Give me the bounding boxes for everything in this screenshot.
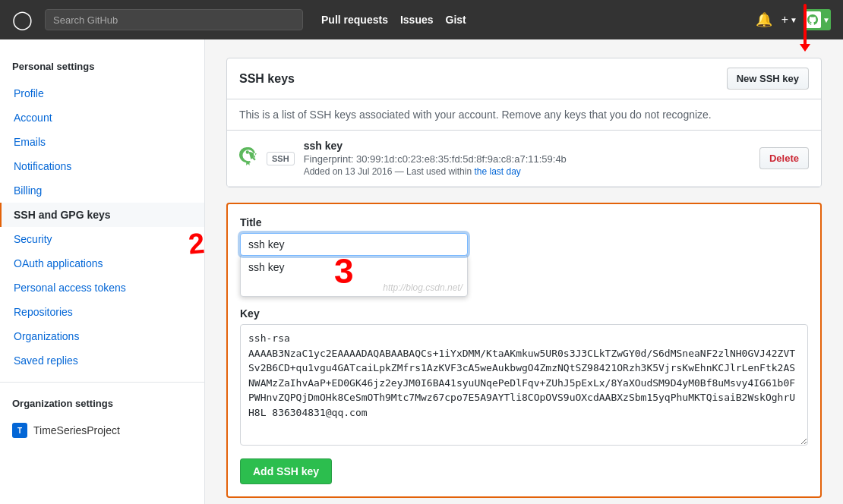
github-logo-icon[interactable]: ◯	[12, 9, 33, 30]
ssh-key-fingerprint: Fingerprint: 30:99:1d:c0:23:e8:35:fd:5d:…	[304, 153, 759, 165]
sidebar-item-oauth-applications[interactable]: OAuth applications	[0, 251, 204, 276]
sidebar-item-account[interactable]: Account	[0, 106, 204, 130]
sidebar-item-org-timeseriesproject[interactable]: T TimeSeriesProject	[0, 418, 204, 443]
sidebar-item-billing[interactable]: Billing	[0, 178, 204, 203]
topnav-links: Pull requests Issues Gist	[321, 14, 466, 26]
ssh-keys-title: SSH keys	[239, 72, 295, 86]
sidebar: Personal settings Profile Account Emails…	[0, 39, 205, 504]
key-icon	[239, 147, 257, 169]
main-content: SSH keys New SSH key This is a list of S…	[205, 39, 843, 504]
personal-settings-title: Personal settings	[0, 55, 204, 78]
search-input[interactable]	[45, 9, 303, 30]
sidebar-item-ssh-gpg-keys[interactable]: SSH and GPG keys	[0, 203, 204, 227]
org-settings-title: Organization settings	[0, 392, 204, 415]
title-label: Title	[240, 216, 808, 228]
gist-link[interactable]: Gist	[446, 14, 466, 26]
ssh-keys-header: SSH keys New SSH key	[227, 58, 821, 99]
create-new-button[interactable]: + ▼	[781, 13, 797, 27]
new-ssh-key-button[interactable]: New SSH key	[727, 68, 809, 90]
add-ssh-key-form: Title ssh key http://blog.csdn.net/ Key …	[226, 203, 822, 498]
pull-requests-link[interactable]: Pull requests	[321, 14, 388, 26]
sidebar-item-personal-access-tokens[interactable]: Personal access tokens	[0, 276, 204, 300]
top-navbar: ◯ Pull requests Issues Gist 🔔 + ▼ ▼	[0, 0, 843, 39]
ssh-keys-description: This is a list of SSH keys associated wi…	[227, 99, 821, 131]
add-ssh-key-button[interactable]: Add SSH key	[240, 458, 332, 484]
key-textarea[interactable]: ssh-rsa AAAAB3NzaC1yc2EAAAADAQABAABAQCs+…	[240, 324, 808, 446]
sidebar-item-organizations[interactable]: Organizations	[0, 324, 204, 348]
sidebar-divider	[0, 382, 204, 383]
title-form-group: Title ssh key http://blog.csdn.net/	[240, 216, 808, 297]
avatar	[804, 11, 821, 28]
key-form-group: Key ssh-rsa AAAAB3NzaC1yc2EAAAADAQABAABA…	[240, 307, 808, 448]
sidebar-item-security[interactable]: Security	[0, 227, 204, 251]
delete-key-button[interactable]: Delete	[759, 147, 809, 169]
autocomplete-watermark: http://blog.csdn.net/	[241, 279, 467, 296]
ssh-key-info: ssh key Fingerprint: 30:99:1d:c0:23:e8:3…	[304, 140, 759, 177]
org-icon: T	[12, 423, 27, 438]
sidebar-item-emails[interactable]: Emails	[0, 130, 204, 154]
ssh-key-meta: Added on 13 Jul 2016 — Last used within …	[304, 166, 759, 177]
main-layout: Personal settings Profile Account Emails…	[0, 39, 843, 504]
ssh-key-item: SSH ssh key Fingerprint: 30:99:1d:c0:23:…	[227, 131, 821, 187]
topnav-right: 🔔 + ▼ ▼	[753, 8, 831, 31]
ssh-keys-section: SSH keys New SSH key This is a list of S…	[226, 58, 822, 187]
sidebar-item-profile[interactable]: Profile	[0, 81, 204, 106]
sidebar-item-saved-replies[interactable]: Saved replies	[0, 348, 204, 373]
ssh-badge: SSH	[267, 152, 295, 165]
last-used-link[interactable]: the last day	[474, 166, 520, 177]
notifications-bell-icon[interactable]: 🔔	[753, 8, 775, 31]
key-label: Key	[240, 307, 808, 320]
title-input[interactable]	[240, 233, 468, 256]
ssh-key-name: ssh key	[304, 140, 759, 152]
issues-link[interactable]: Issues	[400, 14, 434, 26]
user-avatar-button[interactable]: ▼	[804, 9, 831, 30]
sidebar-item-notifications[interactable]: Notifications	[0, 154, 204, 178]
autocomplete-item[interactable]: ssh key	[241, 255, 467, 279]
autocomplete-dropdown: ssh key http://blog.csdn.net/	[240, 254, 468, 297]
org-label: TimeSeriesProject	[33, 424, 120, 436]
sidebar-item-repositories[interactable]: Repositories	[0, 300, 204, 324]
